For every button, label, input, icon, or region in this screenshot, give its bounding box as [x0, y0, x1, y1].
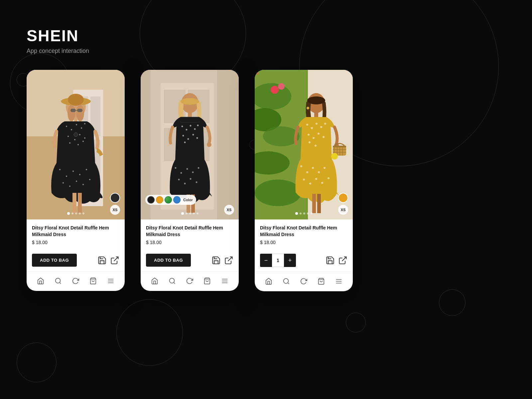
svg-rect-99 — [255, 70, 259, 74]
dot-1-1[interactable] — [67, 212, 70, 215]
nav-bag-1[interactable] — [88, 276, 98, 286]
product-image-1: XS — [27, 70, 125, 219]
svg-point-111 — [315, 145, 317, 147]
swatch-blue[interactable] — [173, 196, 181, 203]
size-badge-1[interactable]: XS — [110, 205, 120, 215]
wishlist-icon-3[interactable] — [326, 256, 335, 265]
nav-search-2[interactable] — [168, 276, 177, 286]
svg-point-70 — [181, 172, 182, 174]
svg-point-9 — [68, 94, 84, 106]
add-to-bag-button-1[interactable]: ADD TO BAG — [32, 254, 77, 267]
color-swatch-3[interactable] — [338, 193, 348, 203]
svg-point-68 — [207, 142, 211, 147]
nav-home-2[interactable] — [150, 276, 159, 286]
nav-search-1[interactable] — [54, 276, 63, 286]
dot-2-4[interactable] — [193, 212, 195, 214]
svg-point-95 — [278, 83, 285, 90]
svg-point-24 — [84, 137, 85, 139]
dot-3-5[interactable] — [311, 212, 313, 214]
svg-point-17 — [71, 129, 72, 130]
svg-rect-132 — [312, 194, 316, 213]
carousel-dots-3 — [295, 212, 313, 215]
svg-line-134 — [342, 257, 346, 261]
svg-point-67 — [184, 142, 186, 143]
svg-point-121 — [331, 153, 338, 160]
dot-3-1[interactable] — [295, 212, 298, 215]
product-title-3: Ditsy Floral Knot Detail Ruffle Hem Milk… — [260, 225, 347, 238]
dot-1-4[interactable] — [79, 212, 81, 214]
svg-point-105 — [324, 123, 326, 125]
brand-subtitle: App concept interaction — [27, 48, 89, 55]
svg-rect-15 — [74, 117, 77, 121]
nav-refresh-3[interactable] — [299, 277, 308, 286]
share-icon-3[interactable] — [338, 256, 347, 265]
color-swatch-1[interactable] — [110, 193, 120, 203]
svg-point-81 — [170, 278, 175, 283]
dot-3-4[interactable] — [307, 212, 309, 214]
svg-rect-12 — [70, 109, 76, 112]
size-badge-3[interactable]: XS — [338, 205, 348, 215]
svg-point-107 — [313, 137, 315, 139]
nav-menu-3[interactable] — [334, 277, 343, 286]
qty-increase-button[interactable]: + — [284, 254, 296, 267]
svg-point-16 — [66, 126, 67, 127]
card-actions-2: ADD TO BAG — [141, 250, 239, 271]
svg-line-43 — [60, 282, 61, 284]
svg-point-23 — [79, 134, 80, 135]
product-image-2: Color XS — [141, 70, 239, 219]
dot-1-5[interactable] — [82, 212, 84, 214]
dot-3-3[interactable] — [303, 212, 305, 214]
svg-point-42 — [56, 278, 61, 283]
svg-line-80 — [228, 257, 232, 261]
swatch-orange[interactable] — [156, 196, 163, 203]
svg-rect-38 — [72, 193, 76, 213]
svg-point-131 — [328, 177, 330, 179]
svg-point-73 — [198, 167, 200, 169]
dot-2-1[interactable] — [181, 212, 184, 215]
svg-point-124 — [312, 167, 314, 169]
dot-3-2[interactable] — [300, 212, 302, 214]
size-badge-2[interactable]: XS — [224, 205, 234, 215]
svg-point-26 — [77, 144, 79, 145]
share-icon-2[interactable] — [224, 256, 233, 265]
carousel-dots-1 — [67, 212, 84, 215]
svg-point-32 — [86, 169, 87, 170]
nav-bag-3[interactable] — [317, 277, 326, 286]
svg-point-101 — [306, 124, 308, 126]
nav-search-3[interactable] — [282, 277, 291, 286]
qty-decrease-button[interactable]: − — [260, 254, 272, 267]
nav-home-3[interactable] — [264, 277, 273, 286]
svg-point-62 — [197, 125, 199, 126]
color-swatches-2[interactable]: Color — [145, 195, 196, 205]
product-price-3: $ 18.00 — [260, 240, 347, 245]
dot-2-3[interactable] — [189, 212, 191, 214]
nav-refresh-2[interactable] — [185, 276, 194, 286]
bottom-nav-3 — [255, 272, 353, 291]
svg-point-97 — [307, 96, 325, 104]
svg-point-63 — [183, 135, 184, 137]
wishlist-icon-1[interactable] — [97, 256, 107, 265]
wishlist-icon-2[interactable] — [211, 256, 221, 265]
swatch-black[interactable] — [147, 196, 155, 203]
svg-point-130 — [321, 182, 323, 184]
color-label: Color — [183, 198, 193, 202]
dot-1-3[interactable] — [75, 212, 77, 214]
dot-2-2[interactable] — [186, 212, 188, 214]
dot-2-5[interactable] — [197, 212, 199, 214]
share-icon-1[interactable] — [110, 256, 119, 265]
product-image-3: XS — [255, 70, 353, 219]
nav-bag-2[interactable] — [202, 276, 212, 286]
nav-menu-1[interactable] — [106, 276, 115, 286]
svg-point-75 — [184, 183, 186, 185]
swatch-green[interactable] — [165, 196, 172, 203]
nav-home-1[interactable] — [36, 276, 45, 286]
svg-point-40 — [74, 133, 78, 137]
dot-1-2[interactable] — [71, 212, 73, 214]
add-to-bag-button-2[interactable]: ADD TO BAG — [146, 254, 191, 267]
nav-menu-2[interactable] — [220, 276, 229, 286]
svg-point-93 — [255, 180, 301, 206]
svg-point-59 — [186, 129, 188, 131]
carousel-dots-2 — [181, 212, 199, 215]
nav-refresh-1[interactable] — [71, 276, 80, 286]
svg-point-123 — [306, 171, 308, 173]
